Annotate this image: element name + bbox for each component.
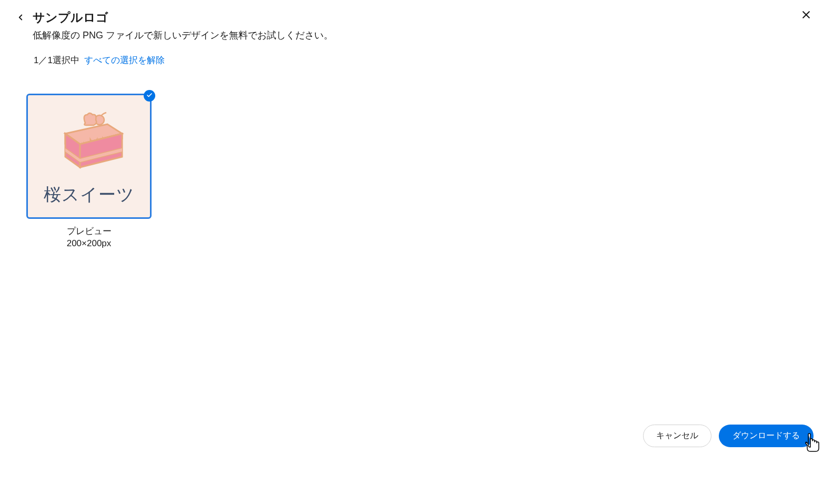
page-subtitle: 低解像度の PNG ファイルで新しいデザインを無料でお試しください。 bbox=[33, 29, 807, 42]
cake-logo-icon bbox=[49, 108, 128, 177]
cancel-button[interactable]: キャンセル bbox=[643, 425, 711, 447]
thumbnail-preview[interactable]: 桜スイーツ bbox=[26, 94, 152, 219]
check-icon bbox=[146, 91, 153, 100]
download-button[interactable]: ダウンロードする bbox=[719, 425, 814, 447]
thumbnail-size: 200×200px bbox=[67, 238, 112, 249]
thumbnail-label: プレビュー bbox=[67, 225, 112, 237]
page-title: サンプルロゴ bbox=[33, 9, 807, 26]
selected-badge bbox=[144, 90, 155, 102]
back-button[interactable] bbox=[16, 9, 29, 24]
selection-count: 1／1選択中 bbox=[34, 55, 79, 65]
close-icon bbox=[801, 14, 811, 22]
logo-text: 桜スイーツ bbox=[44, 183, 135, 207]
close-button[interactable] bbox=[799, 7, 814, 24]
thumbnail-item: 桜スイーツ プレビュー 200×200px bbox=[26, 94, 152, 249]
deselect-all-link[interactable]: すべての選択を解除 bbox=[84, 55, 165, 65]
chevron-left-icon bbox=[16, 16, 25, 24]
